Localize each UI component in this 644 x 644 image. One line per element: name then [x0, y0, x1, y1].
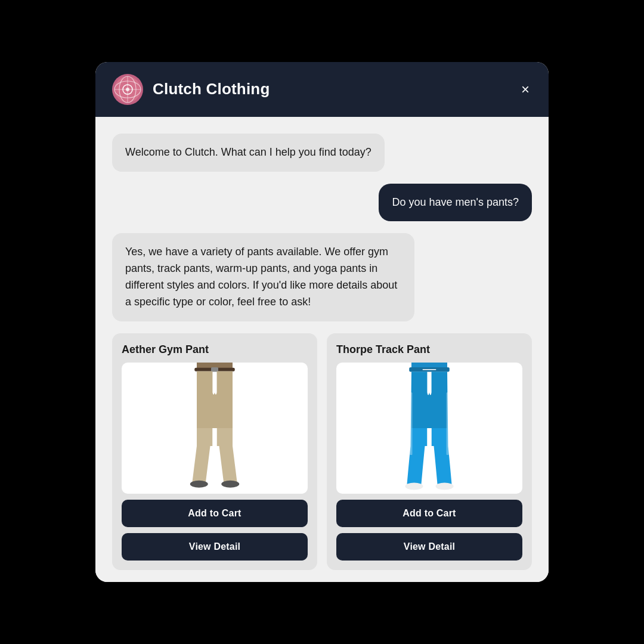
products-row: Aether Gym Pant [112, 333, 532, 570]
view-detail-thorpe[interactable]: View Detail [336, 533, 522, 561]
product-name-aether: Aether Gym Pant [122, 343, 308, 357]
bot-message-response: Yes, we have a variety of pants availabl… [112, 233, 414, 321]
header-left: Clutch Clothing [112, 74, 270, 105]
chat-window: Clutch Clothing × Welcome to Clutch. Wha… [95, 62, 549, 583]
brand-name: Clutch Clothing [153, 80, 270, 98]
add-to-cart-thorpe[interactable]: Add to Cart [336, 500, 522, 527]
chat-header: Clutch Clothing × [95, 62, 549, 117]
product-image-thorpe [336, 363, 522, 494]
user-message-query: Do you have men's pants? [379, 184, 532, 222]
svg-point-11 [221, 481, 239, 488]
product-name-thorpe: Thorpe Track Pant [336, 343, 522, 357]
add-to-cart-aether[interactable]: Add to Cart [122, 500, 308, 527]
svg-rect-9 [211, 367, 218, 372]
svg-point-19 [436, 483, 454, 490]
bot-message-welcome: Welcome to Clutch. What can I help you f… [112, 134, 385, 172]
svg-point-6 [126, 88, 129, 91]
product-card-thorpe: Thorpe Track Pant [327, 333, 532, 570]
close-button[interactable]: × [519, 80, 532, 99]
svg-rect-17 [447, 392, 450, 455]
svg-rect-16 [410, 392, 413, 455]
product-card-aether: Aether Gym Pant [112, 333, 317, 570]
chat-body: Welcome to Clutch. What can I help you f… [95, 117, 549, 583]
product-image-aether [122, 363, 308, 494]
svg-point-10 [190, 481, 208, 488]
brand-logo [112, 74, 143, 105]
view-detail-aether[interactable]: View Detail [122, 533, 308, 561]
svg-point-18 [405, 483, 423, 490]
